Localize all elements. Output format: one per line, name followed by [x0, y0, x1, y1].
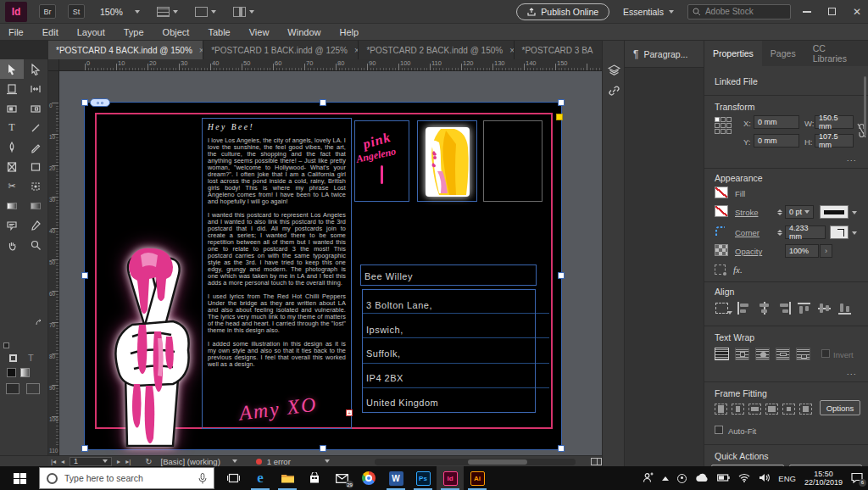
document-tab[interactable]: *POSTCARD 2 BACK.indd @ 150% × [359, 41, 514, 59]
address-text-frame[interactable]: 3 Bolton Lane,Ipswich,Suffolk,IP4 2BXUni… [362, 289, 536, 413]
line-tool[interactable] [24, 118, 47, 137]
normal-view-button[interactable] [6, 383, 19, 394]
stroke-weight-field[interactable]: 0 pt [785, 205, 814, 219]
last-page-button[interactable]: ▸| [125, 458, 131, 465]
direct-selection-tool[interactable] [24, 59, 47, 79]
link-badge-icon[interactable] [90, 98, 110, 107]
scrollbar-thumb[interactable] [468, 459, 527, 465]
store-icon[interactable] [301, 466, 328, 490]
wrap-object-shape-icon[interactable] [755, 348, 770, 360]
screen-mode-control[interactable] [195, 7, 216, 17]
gradient-tool[interactable] [0, 196, 24, 215]
girl-photo-frame[interactable] [417, 120, 477, 202]
minimize-button[interactable] [803, 11, 811, 13]
chevron-down-icon[interactable] [852, 211, 857, 214]
mail-icon[interactable]: 29 [328, 466, 355, 490]
pencil-tool[interactable] [24, 137, 47, 157]
align-bottom-icon[interactable] [838, 302, 853, 315]
fill-frame-proportionally-icon[interactable] [715, 404, 727, 415]
formatting-affects-text-icon[interactable]: T [28, 353, 34, 363]
vertical-ruler[interactable]: 0102030405060708090100110 [48, 71, 59, 455]
align-right-icon[interactable] [777, 302, 792, 315]
menu-item[interactable]: Window [287, 27, 320, 37]
address-name-frame[interactable]: Bee Willey [360, 264, 537, 286]
stock-button[interactable]: St [68, 4, 85, 19]
preflight-icon[interactable]: ↻ [145, 457, 152, 466]
jump-to-next-column-icon[interactable] [796, 348, 810, 360]
menu-item[interactable]: Object [163, 27, 190, 37]
panel-tab[interactable]: CC Libraries [804, 41, 868, 66]
ruler-corner[interactable] [48, 59, 59, 71]
pasteboard[interactable]: Hey Bee! I love Los Angeles, the city of… [59, 71, 602, 455]
opacity-label[interactable]: Opacity [735, 247, 762, 256]
selection-handle[interactable] [81, 445, 88, 452]
menu-item[interactable]: Layout [77, 27, 105, 37]
language-indicator[interactable]: ENG [778, 474, 796, 483]
corner-size-field[interactable]: 4.233 mm [785, 226, 826, 239]
type-tool[interactable]: T [0, 118, 24, 137]
show-hidden-icons-chevron[interactable] [662, 476, 669, 481]
align-center-vertical-icon[interactable] [818, 302, 832, 315]
align-center-horizontal-icon[interactable] [757, 302, 771, 315]
indesign-taskbar-icon[interactable]: Id [437, 466, 464, 490]
selection-handle[interactable] [81, 272, 88, 279]
object-style-icon[interactable] [715, 264, 726, 275]
onedrive-cloud-icon[interactable] [695, 473, 709, 484]
workspace-switcher[interactable]: Essentials [623, 7, 674, 17]
preview-view-button[interactable] [26, 383, 40, 394]
apply-gradient-swatch[interactable] [20, 368, 30, 377]
invert-checkbox[interactable] [821, 349, 830, 358]
content-aware-fit-icon[interactable] [799, 404, 812, 415]
swap-fill-stroke-icon[interactable] [35, 319, 43, 327]
auto-fit-checkbox[interactable] [715, 426, 723, 434]
restore-button[interactable] [828, 8, 836, 15]
formatting-affects-container-icon[interactable] [9, 354, 17, 362]
edge-icon[interactable]: e [247, 466, 274, 490]
action-center-icon[interactable]: 6 [851, 472, 863, 485]
logo-image-frame[interactable]: pink Angeleno [354, 120, 409, 202]
horizontal-scrollbar[interactable] [375, 459, 576, 465]
battery-icon[interactable] [717, 473, 730, 483]
fit-content-proportionally-icon[interactable] [732, 404, 744, 415]
selection-handle[interactable] [320, 445, 326, 452]
stroke-none-swatch[interactable] [715, 205, 728, 217]
text-wrap-more-icon[interactable]: ... [847, 368, 857, 376]
rectangle-tool[interactable] [24, 157, 47, 176]
menu-item[interactable]: View [249, 27, 270, 37]
defender-icon[interactable] [677, 474, 687, 483]
body-text-frame[interactable]: Hey Bee! I love Los Angeles, the city of… [202, 118, 352, 429]
corner-label[interactable]: Corner [735, 228, 760, 237]
menu-item[interactable]: File [8, 27, 24, 37]
volume-icon[interactable] [759, 473, 770, 484]
chevron-down-icon[interactable] [325, 459, 330, 463]
text-outport-icon[interactable]: + [346, 409, 353, 416]
menu-item[interactable]: Table [208, 27, 230, 37]
fitting-options-button[interactable]: Options [820, 400, 860, 415]
transform-h-field[interactable]: 107.5 mm [815, 134, 854, 148]
word-icon[interactable]: W [382, 466, 409, 490]
reference-point-grid[interactable] [715, 117, 732, 134]
corner-size-stepper[interactable] [776, 226, 783, 239]
zoom-level-select[interactable]: 150% [100, 7, 140, 17]
menu-item[interactable]: Type [124, 27, 144, 37]
opacity-field[interactable]: 100% [785, 244, 819, 258]
opacity-flyout-button[interactable]: › [820, 244, 832, 258]
center-content-icon[interactable] [782, 404, 795, 415]
panel-scrollbar-thumb[interactable] [864, 76, 866, 136]
taskbar-search[interactable]: Type here to search [39, 467, 214, 489]
fit-frame-to-content-icon[interactable] [748, 404, 761, 415]
pages-spread-icon[interactable] [591, 458, 602, 465]
publish-online-button[interactable]: Publish Online [516, 3, 609, 20]
page-number-field[interactable]: 1 [70, 457, 112, 466]
wrap-bounding-box-icon[interactable] [735, 348, 749, 360]
document-tab[interactable]: *POSTCARD 3 BA [515, 41, 604, 59]
align-left-icon[interactable] [737, 302, 751, 315]
document-tab[interactable]: *POSTCARD 4 BACK.indd @ 150% × [48, 41, 203, 59]
corner-options-widget[interactable] [556, 114, 563, 120]
corner-options-icon[interactable] [715, 226, 728, 237]
page-tool[interactable] [0, 79, 24, 98]
selection-handle[interactable] [558, 272, 565, 279]
chrome-icon[interactable] [355, 466, 382, 490]
transform-y-field[interactable]: 0 mm [754, 134, 799, 148]
adobe-stock-search[interactable]: Adobe Stock [687, 4, 791, 19]
